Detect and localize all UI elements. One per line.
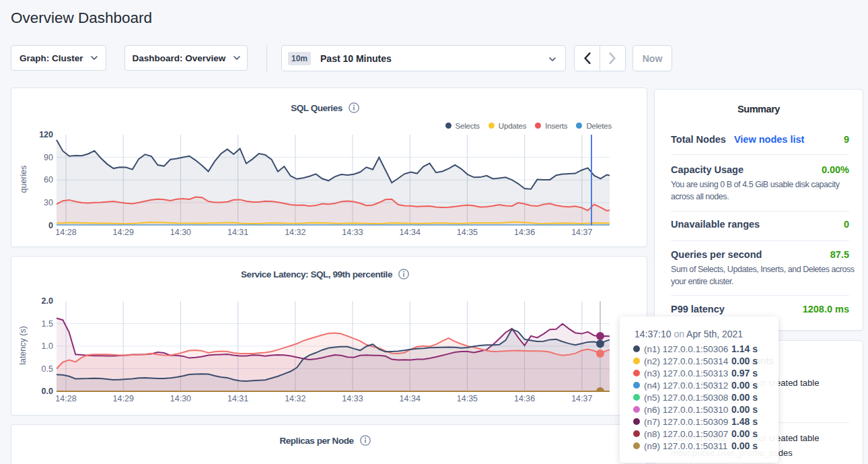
svg-text:14:30: 14:30: [170, 394, 191, 403]
svg-text:60: 60: [44, 175, 53, 185]
svg-text:14:36: 14:36: [514, 394, 535, 403]
svg-text:14:29: 14:29: [113, 228, 134, 237]
svg-text:14:33: 14:33: [342, 228, 363, 237]
svg-text:14:31: 14:31: [227, 228, 248, 237]
svg-text:14:28: 14:28: [55, 394, 76, 403]
svg-text:14:32: 14:32: [285, 228, 305, 237]
svg-text:14:33: 14:33: [342, 394, 363, 403]
svg-text:14:34: 14:34: [400, 228, 421, 237]
svg-text:0.5: 0.5: [42, 364, 53, 374]
svg-text:120: 120: [39, 130, 53, 139]
svg-text:14:29: 14:29: [113, 394, 134, 403]
svg-text:14:31: 14:31: [227, 394, 248, 403]
svg-text:14:35: 14:35: [457, 228, 478, 237]
svg-text:14:36: 14:36: [514, 228, 535, 237]
svg-text:0.0: 0.0: [42, 387, 53, 396]
svg-text:14:30: 14:30: [170, 228, 191, 237]
svg-text:queries: queries: [19, 166, 28, 193]
svg-text:14:28: 14:28: [55, 228, 76, 237]
svg-text:14:37: 14:37: [571, 394, 592, 403]
svg-text:30: 30: [44, 198, 53, 207]
svg-text:14:34: 14:34: [400, 394, 421, 403]
svg-text:1.5: 1.5: [42, 319, 53, 329]
svg-text:14:32: 14:32: [285, 394, 305, 403]
svg-text:latency (s): latency (s): [18, 326, 28, 365]
svg-text:2.0: 2.0: [42, 296, 53, 306]
svg-text:14:35: 14:35: [457, 394, 478, 403]
svg-text:14:37: 14:37: [571, 228, 592, 237]
svg-text:90: 90: [44, 153, 53, 162]
svg-text:1.0: 1.0: [42, 341, 53, 351]
svg-text:0: 0: [48, 221, 53, 230]
